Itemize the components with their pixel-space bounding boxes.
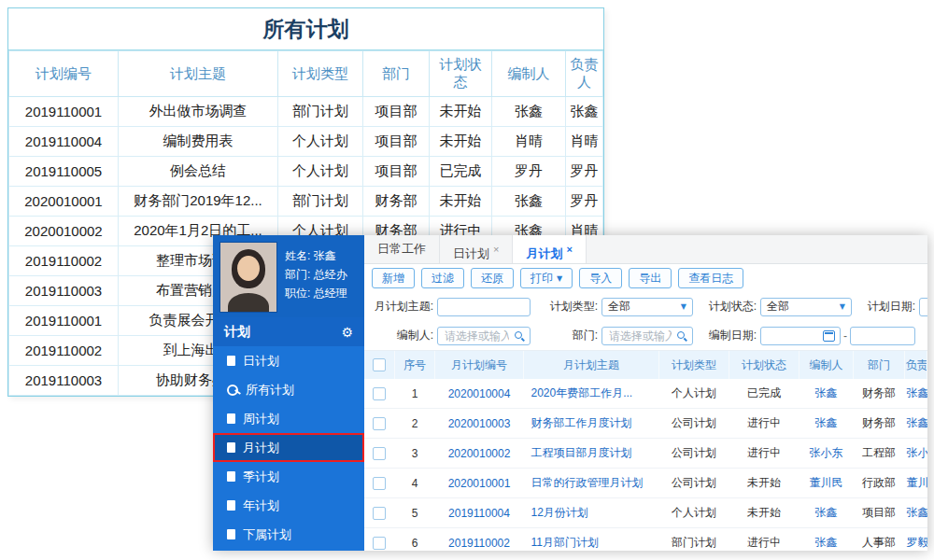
button-label: 查看日志 (688, 271, 733, 287)
table-row: 2019110005例会总结个人计划项目部已完成罗丹罗丹 (9, 157, 603, 187)
table-cell: 财务部工作月度计划 (524, 409, 659, 439)
date-to-input[interactable] (850, 327, 915, 345)
date-range-separator: - (843, 329, 847, 343)
creator-search-box[interactable] (437, 327, 531, 345)
table-cell: 个人计划 (659, 379, 729, 409)
row-checkbox[interactable] (373, 507, 386, 520)
cell-link[interactable]: 张小东 (810, 446, 843, 459)
cell-link[interactable]: 2020010003 (448, 417, 511, 430)
cell-link[interactable]: 2019110004 (448, 507, 510, 520)
plan-date-input[interactable] (919, 298, 927, 316)
cell-link[interactable]: 2020010004 (448, 387, 511, 400)
cell-link[interactable]: 日常的行政管理月计划 (531, 476, 644, 489)
dept-input[interactable] (607, 329, 673, 343)
import-button[interactable]: 导入 (579, 268, 622, 288)
cell-link[interactable]: 董川民 (907, 476, 927, 489)
status-select[interactable]: 全部 ▼ (760, 298, 852, 316)
cell-link[interactable]: 张鑫 (815, 536, 838, 549)
table-cell: 财务部门2019年12... (119, 187, 278, 217)
table-cell: 肖晴 (492, 127, 566, 157)
tab-monthly-plan[interactable]: 月计划× (513, 235, 586, 263)
subject-input[interactable] (437, 298, 531, 316)
cell-link[interactable]: 张小东 (907, 446, 927, 459)
checkbox-cell (364, 409, 395, 439)
search-icon[interactable] (676, 330, 687, 342)
cell-link[interactable]: 12月份计划 (531, 506, 588, 519)
row-checkbox[interactable] (373, 477, 386, 490)
table-cell: 项目部 (363, 127, 430, 157)
sidebar-menu: 日计划所有计划周计划月计划季计划年计划下属计划 (213, 346, 364, 551)
cell-link[interactable]: 工程项目部月度计划 (531, 446, 632, 459)
table-cell: 张鑫 (800, 379, 854, 409)
cell-link[interactable]: 张鑫 (907, 506, 927, 519)
date-from-input[interactable] (766, 329, 820, 343)
filter-button[interactable]: 过滤 (421, 268, 464, 288)
table-cell: 部门计划 (278, 187, 363, 217)
row-checkbox[interactable] (373, 537, 386, 550)
sidebar-item-all[interactable]: 所有计划 (213, 375, 364, 404)
sidebar-item-daily[interactable]: 日计划 (213, 346, 364, 375)
cell-link[interactable]: 张鑫 (907, 416, 927, 429)
sidebar-item-subordinate[interactable]: 下属计划 (213, 520, 364, 549)
button-label: 还原 (481, 271, 503, 287)
table-cell: 2020年费部工作月... (524, 379, 659, 409)
column-header: 计划类型 (278, 51, 363, 97)
column-header: 计划编号 (9, 51, 119, 97)
status-select-value: 全部 (767, 299, 789, 315)
button-label: 导出 (639, 271, 661, 287)
table-cell: 未开始 (430, 127, 492, 157)
select-all-checkbox[interactable] (373, 358, 386, 371)
cell-link[interactable]: 2020010002 (448, 447, 511, 460)
cell-link[interactable]: 2020年费部工作月... (531, 386, 633, 399)
cell-link[interactable]: 罗毅 (907, 536, 927, 549)
cell-link[interactable]: 张鑫 (815, 416, 838, 429)
table-cell: 公司计划 (659, 439, 729, 469)
row-checkbox[interactable] (373, 417, 386, 430)
plan-table: 序号月计划编号月计划主题计划类型计划状态编制人部门负责人 12020010004… (364, 351, 927, 551)
table-cell: 罗丹 (566, 157, 603, 187)
cell-link[interactable]: 财务部工作月度计划 (531, 416, 632, 429)
cell-link[interactable]: 2020010001 (448, 477, 511, 490)
print-button[interactable]: 打印▼ (520, 268, 573, 288)
create-date-from-box[interactable] (760, 327, 841, 345)
cell-link[interactable]: 2019110002 (448, 537, 510, 550)
dept-search-box[interactable] (601, 327, 693, 345)
sidebar-section-plan[interactable]: 计划 ⚙ (213, 317, 364, 346)
doc-icon (227, 413, 235, 424)
row-checkbox[interactable] (373, 387, 386, 400)
cell-link[interactable]: 11月部门计划 (531, 536, 599, 549)
creator-input[interactable] (443, 329, 511, 343)
view-log-button[interactable]: 查看日志 (678, 268, 743, 288)
table-cell: 已完成 (729, 379, 800, 409)
content-area: 日常工作日计划×月计划× 新增过滤还原打印▼导入导出查看日志 月计划主题: 计划… (364, 235, 927, 551)
search-icon[interactable] (514, 330, 525, 342)
type-select-value: 全部 (608, 299, 630, 315)
reset-button[interactable]: 还原 (471, 268, 514, 288)
cell-link[interactable]: 张鑫 (815, 386, 838, 399)
column-header: 计划状态 (430, 51, 492, 97)
row-checkbox[interactable] (373, 447, 386, 460)
add-button[interactable]: 新增 (372, 268, 415, 288)
calendar-icon[interactable] (823, 330, 835, 342)
close-icon[interactable]: × (566, 244, 572, 255)
export-button[interactable]: 导出 (629, 268, 672, 288)
profile-info: 姓名: 张鑫 部门: 总经办 职位: 总经理 (285, 242, 347, 311)
tab-daily-work[interactable]: 日常工作 (364, 235, 440, 263)
gear-icon[interactable]: ⚙ (341, 325, 353, 340)
table-cell: 6 (395, 528, 435, 552)
chevron-down-icon: ▼ (557, 274, 562, 283)
close-icon[interactable]: × (493, 244, 499, 255)
cell-link[interactable]: 张鑫 (815, 506, 838, 519)
sidebar-item-quarterly[interactable]: 季计划 (213, 462, 364, 491)
sidebar-item-weekly[interactable]: 周计划 (213, 404, 364, 433)
cell-link[interactable]: 董川民 (810, 476, 843, 489)
column-header: 部门 (854, 351, 905, 379)
table-cell: 张鑫 (492, 97, 566, 127)
sidebar-item-monthly[interactable]: 月计划 (213, 433, 364, 462)
sidebar-item-label: 下属计划 (243, 526, 291, 543)
type-select[interactable]: 全部 ▼ (601, 298, 693, 316)
tab-daily-plan[interactable]: 日计划× (440, 235, 513, 263)
sidebar-item-yearly[interactable]: 年计划 (213, 491, 364, 520)
avatar (219, 242, 277, 313)
cell-link[interactable]: 张鑫 (907, 386, 927, 399)
